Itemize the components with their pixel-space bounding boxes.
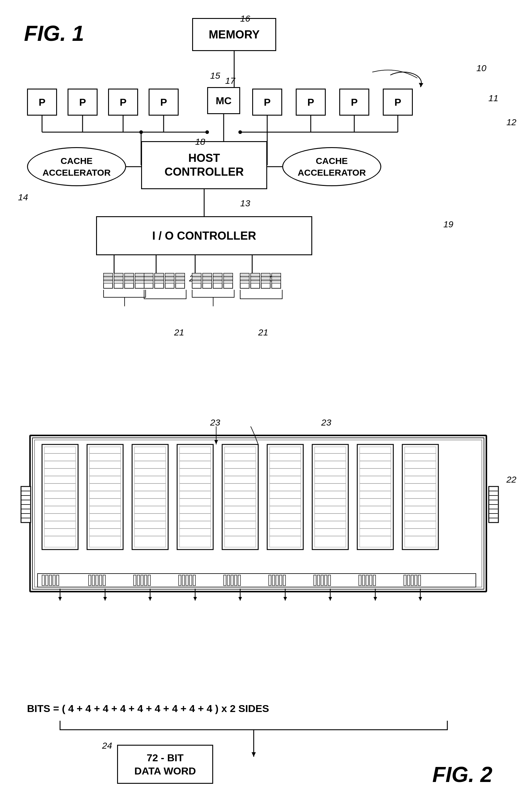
fig2-bottom-svg [27, 718, 477, 793]
svg-rect-247 [103, 575, 106, 586]
svg-rect-56 [176, 277, 185, 280]
svg-rect-263 [269, 575, 271, 586]
svg-rect-252 [148, 575, 150, 586]
svg-rect-265 [276, 575, 278, 586]
ref-23a: 23 [210, 417, 220, 427]
svg-rect-243 [89, 575, 91, 586]
svg-rect-274 [362, 575, 365, 586]
svg-rect-66 [213, 273, 222, 288]
bits-text: BITS = ( 4 + 4 + 4 + 4 + 4 + 4 + 4 + 4 +… [27, 703, 269, 715]
proc-left-3: P [108, 89, 138, 116]
svg-rect-262 [238, 575, 241, 586]
ref-21a: 21 [174, 327, 184, 338]
svg-rect-64 [203, 277, 212, 280]
svg-rect-278 [404, 575, 406, 586]
svg-rect-181 [267, 444, 303, 550]
fig1-connections [12, 12, 522, 396]
proc-right-2: P [296, 89, 326, 116]
svg-rect-277 [373, 575, 376, 586]
svg-rect-62 [203, 273, 212, 288]
svg-rect-36 [125, 281, 134, 284]
svg-marker-301 [419, 597, 422, 601]
io-controller-box: I / O CONTROLLER [96, 216, 312, 255]
svg-rect-280 [411, 575, 413, 586]
svg-rect-29 [114, 273, 123, 288]
svg-rect-246 [99, 575, 102, 586]
svg-marker-291 [193, 597, 197, 601]
svg-rect-111 [42, 444, 78, 550]
svg-rect-80 [251, 273, 260, 276]
ref-20b: 20 [264, 273, 274, 284]
svg-marker-293 [239, 597, 242, 601]
proc-right-4: P [383, 89, 413, 116]
svg-marker-297 [328, 597, 332, 601]
svg-rect-34 [125, 273, 134, 276]
svg-marker-303 [252, 752, 256, 757]
svg-point-16 [139, 130, 143, 134]
mc-box: MC [207, 87, 240, 114]
svg-rect-279 [407, 575, 410, 586]
svg-rect-50 [165, 273, 174, 288]
host-controller-box: HOST CONTROLLER [141, 141, 267, 189]
fig1-diagram: FIG. 1 10 MEMORY 16 15 17 MC 11 P P P P [12, 12, 522, 396]
ref-20a: 20 [189, 273, 199, 284]
svg-rect-45 [144, 281, 153, 284]
svg-marker-287 [103, 597, 107, 601]
svg-marker-299 [374, 597, 377, 601]
svg-rect-71 [224, 273, 233, 276]
fig1-label: FIG. 1 [24, 21, 84, 46]
proc-right-3: P [339, 89, 369, 116]
svg-rect-54 [176, 273, 185, 288]
fig2-diagram: FIG. 2 22 23 23 24 72 - BIT DATA WORD [12, 414, 522, 800]
svg-rect-28 [103, 281, 113, 284]
svg-point-13 [205, 130, 209, 134]
ref-10: 10 [476, 63, 486, 73]
svg-rect-37 [135, 273, 144, 288]
ref-19: 19 [443, 219, 453, 229]
svg-rect-52 [165, 277, 174, 280]
ref-14: 14 [18, 192, 28, 203]
svg-rect-269 [317, 575, 320, 586]
svg-rect-276 [369, 575, 372, 586]
svg-rect-254 [182, 575, 185, 586]
svg-rect-46 [155, 273, 164, 288]
svg-rect-44 [144, 277, 153, 280]
svg-rect-31 [114, 277, 123, 280]
svg-rect-251 [145, 575, 147, 586]
svg-rect-76 [240, 273, 249, 276]
svg-rect-33 [125, 273, 134, 288]
ref-21b: 21 [258, 327, 268, 338]
svg-rect-268 [314, 575, 316, 586]
svg-rect-195 [312, 444, 348, 550]
svg-rect-256 [189, 575, 192, 586]
svg-rect-72 [224, 277, 233, 280]
svg-rect-69 [213, 281, 222, 284]
proc-left-1: P [27, 89, 57, 116]
ref-12: 12 [507, 117, 516, 127]
svg-rect-239 [46, 575, 48, 586]
svg-rect-261 [234, 575, 237, 586]
cache-accel-left: CACHE ACCELERATOR [27, 147, 126, 186]
fig2-board-svg [12, 426, 507, 697]
svg-rect-81 [251, 277, 260, 280]
svg-rect-47 [155, 273, 164, 276]
svg-rect-249 [137, 575, 139, 586]
svg-rect-40 [135, 281, 144, 284]
svg-rect-63 [203, 273, 212, 276]
svg-rect-271 [325, 575, 327, 586]
svg-rect-57 [176, 281, 185, 284]
svg-rect-43 [144, 273, 153, 276]
svg-rect-250 [141, 575, 143, 586]
svg-marker-295 [283, 597, 287, 601]
svg-rect-75 [240, 273, 249, 288]
svg-rect-125 [87, 444, 123, 550]
svg-rect-244 [92, 575, 95, 586]
svg-rect-248 [134, 575, 136, 586]
ref-23b: 23 [321, 417, 331, 427]
svg-rect-153 [177, 444, 213, 550]
ref-11: 11 [489, 93, 498, 103]
svg-rect-257 [193, 575, 195, 586]
svg-rect-264 [272, 575, 275, 586]
svg-rect-26 [103, 273, 113, 276]
proc-right-1: P [252, 89, 282, 116]
